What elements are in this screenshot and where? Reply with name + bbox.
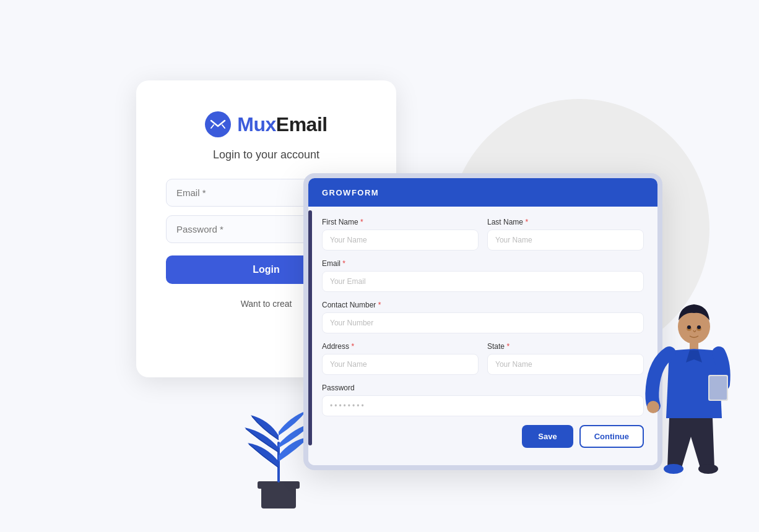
svg-point-14 [697,325,701,329]
password-input[interactable] [322,395,644,416]
password-group: Password [322,384,644,416]
password-label: Password [322,384,644,392]
email-row: Email * [322,259,644,292]
last-name-label: Last Name * [487,218,644,226]
contact-row: Contact Number * [322,301,644,333]
growform-title: GROWFORM [322,188,379,197]
contact-label: Contact Number * [322,301,644,309]
logo-icon [205,111,231,137]
address-label: Address * [322,342,479,351]
svg-point-0 [205,111,231,137]
last-name-input[interactable] [487,230,644,251]
email-label: Email * [322,259,644,268]
continue-button[interactable]: Continue [579,425,644,448]
scroll-indicator [308,210,312,445]
growform-body: First Name * Last Name * Email * [308,207,657,465]
email-group: Email * [322,259,644,292]
person-illustration [635,294,734,520]
email-input[interactable] [322,271,644,292]
svg-rect-7 [709,376,727,400]
state-group: State * [487,342,644,375]
first-name-group: First Name * [322,218,479,251]
login-logo: MuxEmail [205,111,327,137]
contact-input[interactable] [322,312,644,333]
first-name-input[interactable] [322,230,479,251]
login-title: Login to your account [213,148,319,161]
svg-point-8 [647,401,659,413]
name-row: First Name * Last Name * [322,218,644,251]
form-actions: Save Continue [322,425,644,448]
svg-rect-1 [261,486,296,508]
svg-point-13 [687,325,691,329]
address-group: Address * [322,342,479,375]
password-row: Password [322,384,644,416]
growform-card: GROWFORM First Name * Last Name * Email [303,173,662,470]
contact-group: Contact Number * [322,301,644,333]
state-label: State * [487,342,644,351]
last-name-group: Last Name * [487,218,644,251]
svg-point-9 [664,464,683,474]
growform-header: GROWFORM [308,178,657,207]
signup-text: Want to creat [241,299,292,309]
logo-text: MuxEmail [237,113,327,136]
address-row: Address * State * [322,342,644,375]
address-input[interactable] [322,354,479,375]
save-button[interactable]: Save [522,425,573,448]
state-input[interactable] [487,354,644,375]
svg-point-10 [698,464,718,474]
first-name-label: First Name * [322,218,479,226]
